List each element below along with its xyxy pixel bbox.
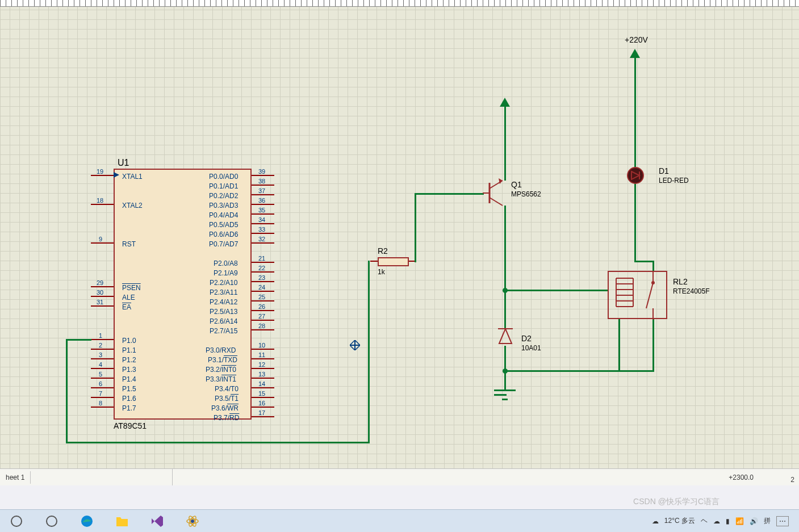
pin-stub [91,397,114,398]
wire [504,346,506,371]
pin-label: P2.6/A14 [210,317,237,325]
pin-label: P1.5 [122,385,136,393]
pin-stub [252,368,274,369]
pin-num: 7 [99,390,102,397]
pin-stub [252,213,274,215]
relay-coil [610,275,639,315]
pin-stub [91,286,114,287]
r2-ref: R2 [378,246,388,255]
tray-ime[interactable]: 拼 [764,516,771,526]
svg-point-11 [47,516,57,526]
schematic-canvas[interactable]: U1 AT89C51 19 XTAL1 18 XTAL2 9 RST 29 PS… [0,0,799,468]
d2-part: 10A01 [521,344,541,352]
pin-num: 4 [99,361,102,368]
pin-num: 33 [258,226,265,233]
pin-stub [252,185,274,186]
pin-num: 36 [258,197,265,204]
folder-icon [115,515,129,527]
tray-chevron-icon[interactable]: ヘ [701,516,708,526]
pin-label: P3.1/TXD [208,356,237,364]
taskbar-cortana[interactable] [40,511,64,531]
start-button[interactable] [5,511,28,531]
taskbar-visualstudio[interactable] [145,511,169,531]
pin-stub [252,262,274,263]
pin-stub [91,204,114,205]
pin-stub [91,296,114,297]
pin-label: P1.0 [122,337,136,345]
tray-volume-icon[interactable]: 🔊 [750,517,758,525]
tray-battery-icon[interactable]: ▮ [726,517,730,525]
pin-num: 26 [258,303,265,310]
svg-line-3 [490,198,503,206]
pin-stub [252,194,274,195]
pin-stub [252,320,274,321]
tray-onedrive-icon[interactable]: ☁ [713,517,720,525]
pin-num: 30 [97,289,103,296]
pin-label: EA [122,303,131,311]
svg-point-10 [11,516,22,526]
pin-label: P0.0/AD0 [209,173,238,181]
pin-label: P0.6/AD6 [209,231,238,238]
pin-stub [91,368,114,369]
taskbar-proteus[interactable] [181,511,204,531]
pin-stub [91,349,114,350]
pin-num: 39 [258,168,265,175]
pin-label: P0.1/AD1 [209,182,238,190]
pin-label: P1.4 [122,375,136,383]
wire [504,206,506,328]
pin-stub [252,204,274,205]
rl2-part: RTE24005F [673,287,709,295]
pin-label: P3.0/RXD [206,346,236,354]
windows-taskbar[interactable]: ☁ 12°C 多云 ヘ ☁ ▮ 📶 🔊 拼 ⋯ [0,509,799,532]
component-r2[interactable] [378,257,409,266]
pin-num: 15 [258,390,265,397]
pin-stub [252,310,274,311]
pin-num: 11 [258,351,265,358]
status-sheet: heet 1 [0,471,31,484]
wire [618,318,620,372]
horizontal-ruler [0,0,799,7]
pin-stub [91,407,114,408]
pin-label: XTAL2 [122,202,143,210]
d1-part: LED-RED [659,177,689,185]
pin-num: 5 [99,371,102,378]
pin-label: P2.4/A12 [210,298,237,306]
pin-num: 12 [258,361,265,368]
tray-wifi-icon[interactable]: 📶 [735,517,744,525]
pin-stub [91,242,114,244]
pin-stub [252,349,274,350]
pin-num: 1 [99,332,102,339]
pin-stub [252,242,274,244]
pin-label: P1.3 [122,366,136,374]
r2-value: 1k [378,268,385,276]
pin-num: 28 [258,322,265,329]
pin-label: P1.1 [122,346,136,354]
power-arrow-q1 [500,98,510,107]
pin-arrow [114,172,120,178]
pin-num: 27 [258,313,265,320]
pin-num: 14 [258,380,265,387]
component-d2[interactable] [497,326,514,347]
watermark: CSDN @快乐学习C语言 [633,497,719,507]
pin-num: 16 [258,400,265,407]
pin-label: P2.2/A10 [210,279,237,287]
pin-stub [252,281,274,282]
tray-more-icon[interactable]: ⋯ [776,516,789,526]
pin-num: 35 [258,207,265,213]
taskbar-edge[interactable] [75,511,99,531]
pin-num: 21 [258,255,265,262]
pin-stub [252,407,274,408]
taskbar-explorer[interactable] [110,511,134,531]
component-q1[interactable] [483,176,511,210]
pin-label: ALE [122,294,135,301]
pin-label: P3.6/WR [211,404,239,412]
pin-label: P0.2/AD2 [209,192,238,200]
junction [503,288,508,293]
wire [634,183,636,262]
pin-num: 29 [97,279,103,286]
led-symbol [629,169,642,182]
pin-num: 6 [99,380,102,387]
pin-num: 23 [258,274,265,281]
system-tray[interactable]: ☁ 12°C 多云 ヘ ☁ ▮ 📶 🔊 拼 ⋯ [652,516,794,526]
wire [415,193,484,195]
